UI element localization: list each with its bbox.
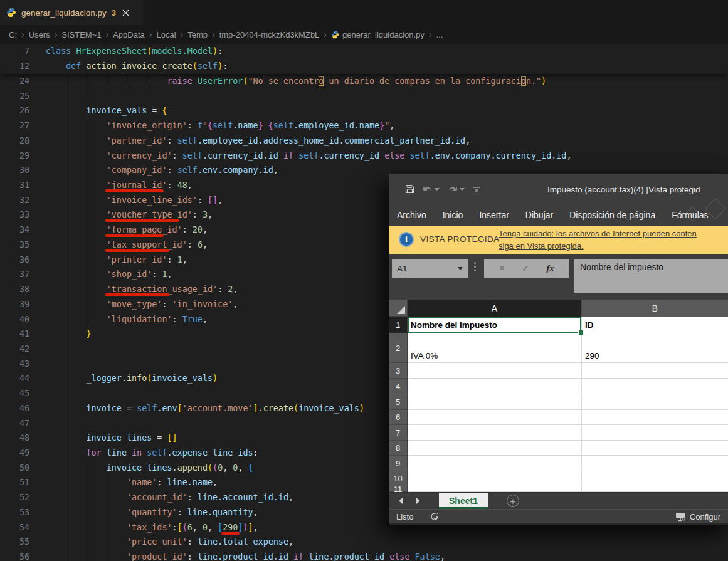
cell-B9[interactable] <box>582 456 728 471</box>
row-header-1[interactable]: 1 <box>389 317 408 333</box>
excel-window-title: Impuesto (account.tax)(4) [Vista protegi… <box>547 184 700 194</box>
cell-B11[interactable] <box>582 486 728 492</box>
code-text: 'liquidation': True, <box>29 312 208 327</box>
undo-button[interactable] <box>423 185 440 193</box>
cell-A9[interactable] <box>408 456 582 471</box>
code-text <box>29 89 46 104</box>
cell-A1[interactable]: Nombre del impuesto <box>408 317 582 333</box>
breadcrumb-item[interactable]: C: <box>9 30 17 39</box>
line-number: 7 <box>0 44 29 59</box>
cell-A7[interactable] <box>408 425 582 441</box>
protected-view-warning-line2[interactable]: siga en Vista protegida. <box>499 240 728 253</box>
ribbon-tab-disposici-n-de-p-gina[interactable]: Disposición de página <box>569 210 655 220</box>
customize-toolbar-icon[interactable] <box>473 186 480 192</box>
row-header-7[interactable]: 7 <box>389 425 408 441</box>
indent-guide <box>66 89 66 104</box>
formula-buttons: × ✓ fx <box>484 259 569 278</box>
next-sheet-icon[interactable] <box>416 498 420 504</box>
row-header-9[interactable]: 9 <box>389 456 408 471</box>
redo-dropdown-icon[interactable] <box>460 188 465 191</box>
display-settings-icon <box>675 512 687 522</box>
breadcrumb-item[interactable]: tmp-20404-mckzKd3kMZbL <box>219 30 320 39</box>
line-number: 36 <box>0 253 29 268</box>
excel-window-bottom-edge <box>389 523 728 525</box>
code-text: 'shop_id': 1, <box>29 267 172 282</box>
fill-handle[interactable] <box>578 330 584 335</box>
code-text: 'forma_pago_id': 20, <box>29 223 208 238</box>
cell-A10[interactable] <box>408 471 582 486</box>
breadcrumb-separator-icon: › <box>55 29 58 39</box>
cell-B5[interactable] <box>582 394 728 410</box>
cell-B8[interactable] <box>582 441 728 456</box>
previous-sheet-icon[interactable] <box>399 498 403 504</box>
row-header-2[interactable]: 2 <box>389 333 408 363</box>
line-number: 45 <box>0 386 29 401</box>
cell-B7[interactable] <box>582 425 728 441</box>
accessibility-check-icon[interactable] <box>430 511 440 522</box>
cell-A3[interactable] <box>408 363 582 379</box>
cell-B4[interactable] <box>582 379 728 394</box>
cell-B1[interactable]: ID <box>582 317 728 333</box>
ribbon-tab-insertar[interactable]: Insertar <box>479 210 509 220</box>
row-header-4[interactable]: 4 <box>389 379 408 394</box>
line-number: 52 <box>0 490 29 505</box>
row-header-8[interactable]: 8 <box>389 441 408 456</box>
breadcrumb-item[interactable]: Users <box>29 30 50 39</box>
code-line-27: 27 'invoice_origin': f"{self.name} {self… <box>0 118 728 134</box>
formula-bar-input[interactable]: Nombre del impuesto <box>574 259 728 293</box>
undo-dropdown-icon[interactable] <box>435 188 440 191</box>
line-number: 28 <box>0 134 29 149</box>
row-header-5[interactable]: 5 <box>389 394 408 410</box>
name-box[interactable]: A1 <box>392 259 468 278</box>
line-number: 25 <box>0 89 29 104</box>
breadcrumb-item[interactable]: SISTEM~1 <box>61 30 101 39</box>
cell-B2[interactable]: 290 <box>582 333 728 363</box>
row-header-6[interactable]: 6 <box>389 410 408 425</box>
cell-A2[interactable]: IVA 0% <box>408 333 582 363</box>
enter-entry-icon[interactable]: ✓ <box>522 263 530 274</box>
code-text: 'partner_id': self.employee_id.address_h… <box>29 134 470 149</box>
insert-function-icon[interactable]: fx <box>546 263 554 274</box>
code-text: 'invoice_line_ids': [], <box>29 193 223 208</box>
cell-A11[interactable] <box>408 486 582 492</box>
sticky-scroll[interactable]: 7class HrExpenseSheet(models.Model):12 d… <box>0 44 728 74</box>
code-text: invoice_vals = { <box>29 103 167 118</box>
sheet-row-1: 1Nombre del impuestoID <box>389 317 728 333</box>
redo-button[interactable] <box>448 185 465 193</box>
cell-A8[interactable] <box>408 441 582 456</box>
sheet-tab-sheet1[interactable]: Sheet1 <box>439 493 488 509</box>
display-settings-button[interactable]: Configur <box>675 512 720 522</box>
ribbon-tab-dibujar[interactable]: Dibujar <box>525 210 553 220</box>
protected-view-warning-line1[interactable]: Tenga cuidado: los archivos de Internet … <box>499 228 728 240</box>
red-marker-underline: 'journal_id <box>107 181 162 190</box>
select-all-corner[interactable] <box>389 300 408 317</box>
cell-B10[interactable] <box>582 471 728 486</box>
close-icon[interactable] <box>122 9 129 16</box>
cell-B6[interactable] <box>582 410 728 425</box>
line-number: 41 <box>0 327 29 342</box>
name-box-dropdown-icon[interactable] <box>458 267 463 270</box>
line-number: 47 <box>0 416 29 431</box>
ribbon-tab-inicio[interactable]: Inicio <box>443 210 463 220</box>
ribbon-tab-archivo[interactable]: Archivo <box>397 210 426 220</box>
cell-A4[interactable] <box>408 379 582 394</box>
row-header-11[interactable]: 11 <box>389 486 408 492</box>
cell-A6[interactable] <box>408 410 582 425</box>
save-icon[interactable] <box>405 184 414 194</box>
breadcrumb-item[interactable]: Temp <box>187 30 208 39</box>
tab-generar-liquidacion[interactable]: generar_liquidacion.py 3 <box>0 0 144 25</box>
column-header-A[interactable]: A <box>408 300 582 317</box>
breadcrumb-item[interactable]: Local <box>156 30 176 39</box>
add-sheet-button[interactable]: + <box>507 495 519 507</box>
row-header-3[interactable]: 3 <box>389 363 408 379</box>
cell-A5[interactable] <box>408 394 582 410</box>
cell-B3[interactable] <box>582 363 728 379</box>
breadcrumb-item[interactable]: AppData <box>113 30 145 39</box>
column-header-B[interactable]: B <box>582 300 728 317</box>
breadcrumb-item[interactable]: generar_liquidacion.py <box>331 30 425 39</box>
breadcrumb-item[interactable]: ... <box>436 30 443 39</box>
excel-title-bar[interactable]: Impuesto (account.tax)(4) [Vista protegi… <box>389 174 728 204</box>
protected-view-shield-icon: i <box>399 232 414 247</box>
sheet-tab-bar: Sheet1 + <box>389 492 728 509</box>
cancel-entry-icon[interactable]: × <box>499 262 505 275</box>
